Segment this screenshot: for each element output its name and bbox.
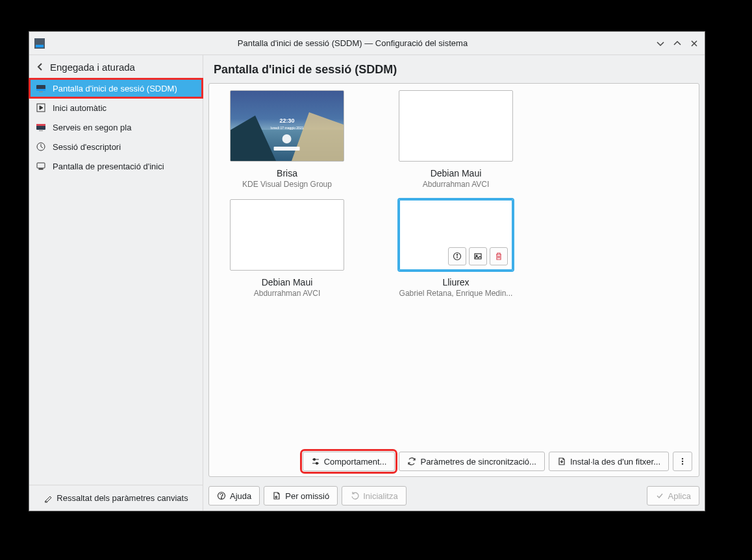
sidebar-item[interactable]: Sessió d'escriptori [29, 137, 203, 156]
svg-point-16 [682, 458, 683, 459]
close-button[interactable] [689, 38, 699, 49]
help-button[interactable]: Ajuda [208, 486, 260, 505]
theme-info-button[interactable] [448, 247, 466, 265]
defaults-label: Per omissió [285, 491, 329, 501]
install-button[interactable]: Instal·la des d'un fitxer... [549, 452, 669, 471]
sidebar-item-label: Pantalla d'inici de sessió (SDDM) [53, 84, 177, 93]
svg-point-11 [457, 254, 457, 255]
theme-name: Debian Maui [262, 277, 313, 287]
svg-rect-5 [36, 124, 45, 126]
back-button[interactable]: Engegada i aturada [29, 55, 203, 79]
theme-name: Lliurex [442, 277, 469, 287]
svg-point-15 [316, 463, 318, 465]
svg-rect-2 [39, 91, 43, 92]
theme-thumbnail [230, 199, 344, 271]
svg-point-14 [313, 459, 315, 461]
titlebar: Pantalla d'inici de sessió (SDDM) — Conf… [29, 32, 705, 55]
sidebar-item[interactable]: Pantalla d'inici de sessió (SDDM) [29, 79, 203, 98]
install-label: Instal·la des d'un fitxer... [570, 457, 660, 467]
preview-date: lunedì 17 maggio 2021 [271, 126, 304, 130]
apply-button: Aplica [647, 486, 699, 505]
svg-rect-1 [36, 89, 45, 91]
preview-avatar [282, 134, 292, 143]
svg-rect-8 [37, 163, 45, 168]
sidebar-item-icon [36, 83, 46, 93]
theme-author: Abdurrahman AVCI [423, 180, 490, 189]
sidebar-item-label: Sessió d'escriptori [53, 142, 121, 152]
behavior-button[interactable]: Comportament... [303, 452, 395, 471]
sidebar-item-label: Inici automàtic [53, 103, 107, 113]
sidebar-item-icon [36, 122, 46, 132]
svg-rect-6 [39, 130, 43, 131]
theme-author: Gabriel Retana, Enrique Medin... [399, 289, 513, 298]
theme-delete-button[interactable] [490, 247, 508, 265]
svg-rect-9 [39, 169, 43, 169]
theme-author: KDE Visual Design Group [242, 180, 332, 189]
sync-button[interactable]: Paràmetres de sincronització... [399, 452, 544, 471]
maximize-button[interactable] [672, 38, 683, 49]
back-label: Engegada i aturada [50, 62, 135, 73]
sidebar-item[interactable]: Pantalla de presentació d'inici [29, 156, 203, 176]
theme-thumbnail [399, 90, 513, 162]
page-title: Pantalla d'inici de sessió (SDDM) [214, 63, 694, 77]
sidebar-item[interactable]: Inici automàtic [29, 98, 203, 117]
behavior-label: Comportament... [324, 457, 387, 467]
theme-thumbnail: 22:30lunedì 17 maggio 2021 [230, 90, 344, 162]
theme-background-button[interactable] [469, 247, 487, 265]
apply-label: Aplica [668, 491, 691, 501]
sidebar-item-label: Serveis en segon pla [53, 123, 131, 132]
theme-thumbnail [399, 199, 513, 271]
window-title: Pantalla d'inici de sessió (SDDM) — Conf… [50, 38, 655, 48]
page-header: Pantalla d'inici de sessió (SDDM) [203, 55, 705, 80]
sidebar-item-label: Pantalla de presentació d'inici [53, 162, 164, 171]
main-panel: Pantalla d'inici de sessió (SDDM) 22:30l… [203, 55, 705, 511]
theme-card[interactable]: 22:30lunedì 17 maggio 2021BrisaKDE Visua… [222, 90, 352, 189]
sidebar: Engegada i aturada Pantalla d'inici de s… [29, 55, 203, 511]
help-label: Ajuda [230, 491, 251, 501]
reset-button: Inicialitza [342, 486, 406, 505]
sidebar-item[interactable]: Serveis en segon pla [29, 117, 203, 137]
theme-card[interactable]: LliurexGabriel Retana, Enrique Medin... [391, 199, 521, 298]
app-icon [34, 38, 45, 49]
more-button[interactable] [673, 452, 692, 471]
highlight-changed-button[interactable]: Ressaltat dels paràmetres canviats [29, 485, 203, 511]
sidebar-item-icon [36, 103, 46, 113]
sidebar-item-icon [36, 141, 46, 152]
preview-input [274, 147, 300, 151]
content-frame: 22:30lunedì 17 maggio 2021BrisaKDE Visua… [208, 83, 699, 477]
minimize-button[interactable] [655, 38, 666, 49]
defaults-button[interactable]: Per omissió [264, 486, 338, 505]
svg-point-17 [682, 461, 683, 462]
sidebar-item-icon [36, 161, 46, 171]
theme-name: Brisa [277, 168, 297, 178]
theme-name: Debian Maui [431, 168, 482, 178]
theme-card[interactable]: Debian MauiAbdurrahman AVCI [222, 199, 352, 298]
theme-author: Abdurrahman AVCI [254, 289, 321, 298]
svg-point-20 [221, 498, 221, 498]
highlight-changed-label: Ressaltat dels paràmetres canviats [56, 493, 188, 503]
theme-card[interactable]: Debian MauiAbdurrahman AVCI [391, 90, 521, 189]
settings-window: Pantalla d'inici de sessió (SDDM) — Conf… [29, 31, 705, 511]
svg-point-18 [682, 463, 683, 465]
sync-label: Paràmetres de sincronització... [420, 457, 536, 467]
reset-label: Inicialitza [363, 491, 397, 501]
preview-time: 22:30 [279, 117, 294, 124]
themes-grid: 22:30lunedì 17 maggio 2021BrisaKDE Visua… [209, 84, 699, 444]
